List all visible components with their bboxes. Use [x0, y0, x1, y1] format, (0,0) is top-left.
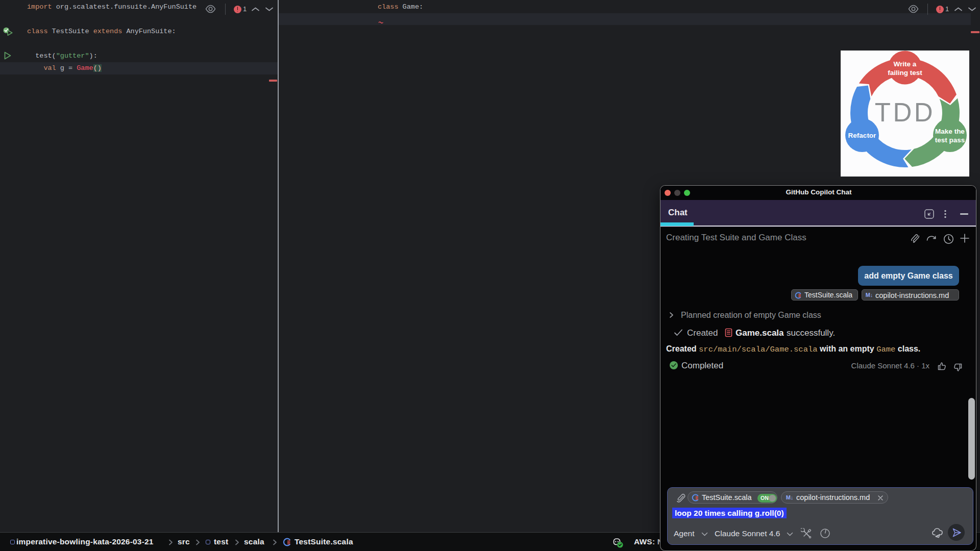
svg-text:Refactor: Refactor [848, 132, 877, 139]
svg-text:TDD: TDD [875, 98, 935, 127]
svg-text:failing test: failing test [888, 69, 922, 77]
svg-text:Write a: Write a [894, 60, 917, 68]
svg-text:Make the: Make the [935, 128, 965, 135]
svg-text:test pass: test pass [935, 136, 965, 144]
